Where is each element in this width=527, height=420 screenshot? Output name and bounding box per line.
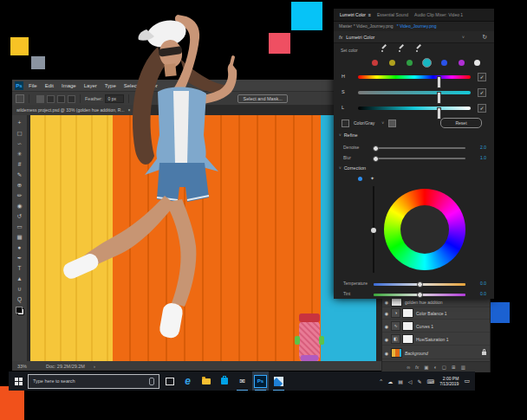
eyedropper-minus-icon[interactable]: [416, 47, 422, 53]
swatch-red[interactable]: [372, 60, 378, 66]
denoise-handle[interactable]: [373, 145, 379, 152]
dodge-tool[interactable]: ●: [18, 242, 22, 253]
eye-icon[interactable]: ◉: [382, 351, 391, 356]
eye-icon[interactable]: ◉: [382, 337, 391, 342]
eraser-tool[interactable]: ▭: [16, 222, 22, 232]
microphone-icon[interactable]: [149, 378, 154, 385]
swatch-blue[interactable]: [441, 60, 447, 66]
history-brush-tool[interactable]: ↺: [17, 211, 22, 222]
action-center-icon[interactable]: ▭: [464, 378, 470, 384]
pen-tool[interactable]: ✒: [17, 253, 22, 263]
layer-row-background[interactable]: ◉ Background: [382, 347, 490, 359]
swatch-green[interactable]: [407, 60, 413, 66]
intersect-selection-icon[interactable]: [68, 95, 75, 103]
tab-audio-clip-mixer[interactable]: Audio Clip Mixer: Video 1: [414, 12, 463, 17]
link-layers-icon[interactable]: ∞: [407, 365, 410, 370]
layer-mask-thumbnail[interactable]: [402, 334, 413, 344]
chevron-down-icon[interactable]: ˅: [381, 120, 384, 126]
layer-name[interactable]: Background: [405, 351, 428, 356]
luma-checkbox[interactable]: ✓: [478, 104, 486, 113]
subtract-selection-icon[interactable]: [57, 95, 65, 103]
layer-row-color-balance[interactable]: ◉ ◑ Color Balance 1: [382, 307, 490, 320]
volume-icon[interactable]: ◁: [408, 378, 413, 384]
foreground-color-swatch[interactable]: [16, 307, 23, 313]
layer-style-icon[interactable]: fx: [415, 365, 419, 370]
taskbar-clock[interactable]: 2:00 PM 7/13/2019: [439, 376, 459, 386]
layer-name[interactable]: Hue/Saturation 1: [416, 337, 449, 342]
close-tab-icon[interactable]: ×: [128, 107, 131, 113]
lasso-tool[interactable]: ∽: [17, 139, 22, 149]
network-icon[interactable]: ▤: [398, 378, 403, 384]
invert-mask-icon[interactable]: [388, 120, 396, 127]
layer-row-hue-saturation[interactable]: ◉ ◧ Hue/Saturation 1: [382, 333, 490, 346]
path-select-tool[interactable]: ▲: [16, 274, 22, 284]
layer-mask-thumbnail[interactable]: [402, 308, 413, 318]
correction-color-icon[interactable]: [358, 177, 362, 181]
move-tool[interactable]: +: [18, 118, 22, 128]
gradient-tool[interactable]: ▦: [16, 232, 22, 242]
mail-button[interactable]: ✉: [234, 372, 250, 391]
denoise-slider[interactable]: [374, 147, 465, 149]
effect-header-row[interactable]: fx Lumetri Color ˅ ↻: [334, 31, 494, 43]
hand-tool[interactable]: ∪: [17, 284, 22, 294]
tool-preset-icon[interactable]: [16, 94, 24, 103]
denoise-value[interactable]: 2.0: [480, 145, 486, 150]
tray-chevron-up-icon[interactable]: ^: [380, 378, 382, 384]
disclosure-triangle-icon[interactable]: ˅: [339, 133, 342, 138]
swatch-cyan-selected[interactable]: [422, 58, 432, 68]
panel-menu-icon[interactable]: ≡: [368, 12, 371, 17]
reset-effect-icon[interactable]: ↻: [482, 34, 487, 41]
photos-button[interactable]: [270, 372, 287, 391]
refine-section-header[interactable]: ˅Refine: [339, 132, 358, 138]
layer-mask-icon[interactable]: ▣: [424, 365, 428, 370]
status-chevron-icon[interactable]: ›: [94, 364, 95, 369]
curves-icon[interactable]: ∿: [391, 321, 400, 331]
layer-name[interactable]: Color Balance 1: [416, 311, 447, 316]
eyedropper-tool[interactable]: ✎: [17, 170, 22, 180]
menu-layer[interactable]: Layer: [84, 83, 97, 88]
new-selection-icon[interactable]: [36, 95, 44, 103]
luma-slider[interactable]: [358, 107, 471, 110]
hue-slider[interactable]: [358, 75, 471, 79]
chevron-down-icon[interactable]: ˅: [462, 35, 465, 40]
blur-slider[interactable]: [374, 158, 465, 159]
eyedropper-icon[interactable]: [381, 47, 387, 53]
add-selection-icon[interactable]: [47, 95, 55, 103]
correction-section-header[interactable]: ˅Correction: [339, 165, 366, 171]
clip-link[interactable]: * Video_Journey.png: [397, 23, 437, 29]
layer-mask-thumbnail[interactable]: [402, 321, 413, 331]
type-tool[interactable]: T: [18, 263, 22, 274]
background-thumbnail[interactable]: [391, 348, 402, 358]
select-and-mask-button[interactable]: Select and Mask...: [237, 94, 287, 103]
color-gray-checkbox[interactable]: [342, 120, 349, 127]
menu-select[interactable]: Select: [124, 83, 139, 88]
correction-droplet-icon[interactable]: ✦: [370, 175, 374, 181]
tint-slider[interactable]: [374, 294, 465, 296]
brush-tool[interactable]: ✏: [17, 191, 22, 201]
tab-essential-sound[interactable]: Essential Sound: [377, 12, 408, 17]
document-tab[interactable]: wilderness project.psd @ 33% (golden hue…: [12, 105, 135, 115]
menu-image[interactable]: Image: [62, 83, 76, 88]
hue-saturation-icon[interactable]: ◧: [391, 334, 400, 344]
color-wheel[interactable]: [384, 189, 465, 270]
layer-name[interactable]: golden hue addition: [405, 300, 443, 305]
file-explorer-button[interactable]: [198, 372, 214, 391]
start-button[interactable]: [9, 372, 28, 391]
disclosure-triangle-icon[interactable]: ˅: [339, 166, 342, 171]
tab-lumetri-color[interactable]: Lumetri Color: [340, 12, 366, 17]
pen-icon[interactable]: ✎: [417, 378, 421, 384]
keyboard-icon[interactable]: ⌨: [426, 378, 434, 384]
edge-button[interactable]: e: [179, 372, 196, 391]
store-button[interactable]: [216, 372, 232, 391]
temperature-value[interactable]: 0.0: [480, 281, 486, 286]
hue-checkbox[interactable]: ✓: [478, 73, 486, 81]
marquee-tool[interactable]: ▢: [16, 128, 22, 139]
healing-brush-tool[interactable]: ⊕: [17, 180, 22, 191]
zoom-tool[interactable]: Q: [17, 294, 22, 305]
task-view-button[interactable]: [161, 372, 178, 391]
new-layer-icon[interactable]: ⊞: [452, 365, 456, 370]
layer-row-curves[interactable]: ◉ ∿ Curves 1: [382, 320, 490, 333]
eye-icon[interactable]: ◉: [382, 311, 391, 316]
delete-layer-icon[interactable]: ▥: [461, 365, 465, 370]
zoom-level[interactable]: 33%: [17, 364, 27, 369]
